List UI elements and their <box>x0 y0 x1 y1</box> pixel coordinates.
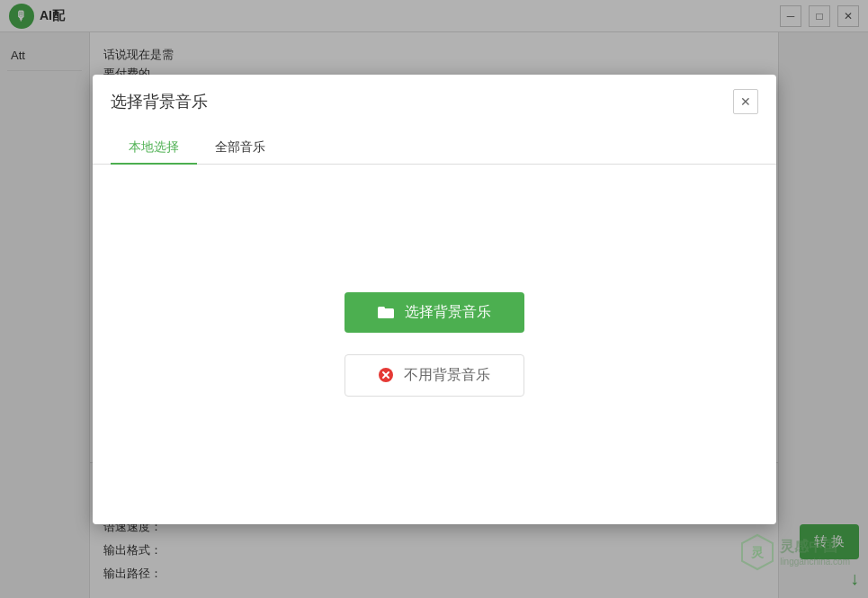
tab-all-music[interactable]: 全部音乐 <box>197 132 283 164</box>
modal-body: 选择背景音乐 不用背景音乐 <box>93 165 776 524</box>
no-music-button[interactable]: 不用背景音乐 <box>345 354 524 397</box>
modal-title: 选择背景音乐 <box>111 91 208 112</box>
tab-local-select[interactable]: 本地选择 <box>111 132 197 165</box>
select-music-button[interactable]: 选择背景音乐 <box>345 292 524 333</box>
modal-header: 选择背景音乐 ✕ <box>93 75 776 114</box>
modal-overlay: 选择背景音乐 ✕ 本地选择 全部音乐 选择背景音乐 <box>0 0 868 598</box>
modal-close-button[interactable]: ✕ <box>733 89 758 114</box>
select-music-label: 选择背景音乐 <box>405 303 491 322</box>
x-circle-icon <box>379 368 393 382</box>
modal-dialog: 选择背景音乐 ✕ 本地选择 全部音乐 选择背景音乐 <box>93 75 776 524</box>
no-music-label: 不用背景音乐 <box>404 366 490 385</box>
folder-icon <box>378 306 394 318</box>
svg-rect-1 <box>378 307 385 310</box>
modal-tabs: 本地选择 全部音乐 <box>93 121 776 165</box>
